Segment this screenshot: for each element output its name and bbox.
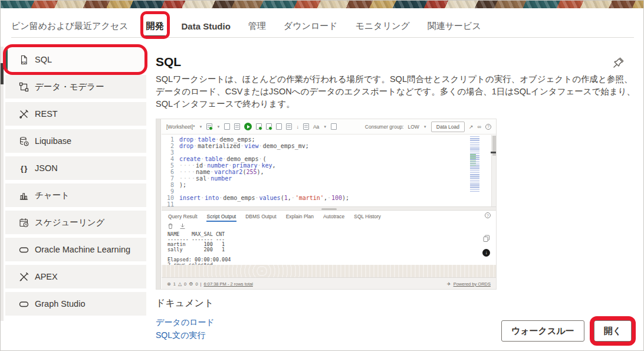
database-actions-launchpad: ピン留めおよび最近アクセス 開発 Data Studio 管理 ダウンロード モ… bbox=[0, 0, 644, 351]
sidebar-item-label: REST bbox=[35, 109, 58, 119]
output-tab-bar: Query Result Script Output DBMS Output E… bbox=[162, 211, 496, 222]
liquibase-database-icon bbox=[18, 136, 29, 146]
sql-history-icon bbox=[286, 123, 292, 130]
preview-toolbar: [Worksheet]* ▼ ▼ ↓ Aa ▼ Consumer group: … bbox=[162, 119, 496, 135]
tab-related-services[interactable]: 関連サービス bbox=[428, 15, 481, 37]
tab-data-studio[interactable]: Data Studio bbox=[182, 15, 231, 37]
sidebar-item-label: APEX bbox=[35, 272, 58, 281]
link-run-sql[interactable]: SQL文の実行 bbox=[156, 330, 205, 341]
warnings-icon: △ bbox=[178, 281, 182, 287]
data-modeler-icon bbox=[18, 81, 29, 92]
feature-sidebar: SQL SQL データ・モデラー R bbox=[5, 48, 146, 319]
scrollbar-marker bbox=[491, 152, 496, 153]
sidebar-item-label: チャート bbox=[35, 190, 70, 201]
preview-texture-band bbox=[162, 265, 496, 277]
page-title: SQL bbox=[156, 55, 181, 69]
clear-icon bbox=[331, 123, 337, 130]
run-statement-icon bbox=[244, 123, 252, 130]
sidebar-item-label: Graph Studio bbox=[35, 299, 85, 309]
output-tab-explain-plan: Explain Plan bbox=[285, 212, 314, 221]
apex-pencils-icon bbox=[18, 271, 29, 282]
copy-output-icon bbox=[483, 235, 490, 242]
nav-divider bbox=[11, 37, 634, 38]
data-load-button: Data Load bbox=[431, 122, 465, 132]
tasks-icon: ⚙ bbox=[189, 281, 193, 287]
format-icon bbox=[303, 123, 309, 130]
graph-studio-icon bbox=[18, 298, 29, 309]
json-braces-icon: { } bbox=[18, 163, 29, 173]
status-time-link: 6:07:38 PM - 2 rows total bbox=[204, 281, 253, 287]
chevron-down-icon: ▼ bbox=[423, 125, 427, 129]
open-button[interactable]: 開く bbox=[594, 320, 632, 342]
sql-worksheet-icon: SQL bbox=[18, 54, 29, 65]
powered-by-ords-link: Powered by ORDS bbox=[454, 281, 491, 287]
help-icon: ? bbox=[485, 124, 491, 130]
download-output-icon bbox=[179, 223, 186, 229]
sidebar-item-sql[interactable]: SQL SQL bbox=[5, 48, 146, 71]
tab-pinned-recent[interactable]: ピン留めおよび最近アクセス bbox=[11, 15, 129, 37]
expand-icon: ↗ bbox=[469, 124, 474, 130]
help-icon: ? bbox=[485, 212, 491, 218]
sidebar-item-oracle-machine-learning[interactable]: Oracle Machine Learning bbox=[5, 238, 146, 261]
oracle-logo-icon bbox=[18, 244, 29, 255]
explain-plan-icon bbox=[266, 123, 272, 130]
left-scrollbar[interactable] bbox=[1, 47, 4, 321]
splitter-handle bbox=[321, 208, 337, 210]
find-icon: ∞ bbox=[478, 124, 481, 130]
output-tab-dbms-output: DBMS Output bbox=[245, 212, 277, 221]
sidebar-item-data-modeler[interactable]: データ・モデラー bbox=[5, 75, 146, 99]
sidebar-item-label: データ・モデラー bbox=[35, 81, 104, 93]
output-tab-query-result: Query Result bbox=[167, 212, 198, 221]
chevron-down-icon: ▼ bbox=[216, 125, 220, 129]
output-tab-sql-history: SQL History bbox=[353, 212, 382, 221]
sidebar-item-json[interactable]: { } JSON bbox=[5, 156, 146, 180]
preview-left-edge bbox=[156, 119, 161, 289]
task-count: 0 bbox=[195, 281, 198, 287]
open-file-icon bbox=[234, 123, 240, 130]
new-worksheet-icon bbox=[206, 123, 212, 130]
output-tab-autotrace: Autotrace bbox=[323, 212, 345, 221]
output-tab-script-output: Script Output bbox=[206, 212, 237, 221]
tab-downloads[interactable]: ダウンロード bbox=[284, 15, 338, 37]
action-buttons: ウォークスルー 開く bbox=[501, 320, 632, 342]
tab-administration[interactable]: 管理 bbox=[248, 15, 266, 37]
calendar-clock-icon bbox=[18, 217, 29, 228]
sidebar-item-scheduling[interactable]: スケジューリング bbox=[5, 211, 146, 234]
insight-button-icon: ↓ bbox=[482, 249, 490, 257]
errors-icon: ⊗ bbox=[167, 281, 171, 287]
pin-icon[interactable] bbox=[612, 56, 626, 70]
sidebar-item-rest[interactable]: REST bbox=[5, 102, 146, 126]
chevron-down-icon: ▼ bbox=[199, 125, 203, 129]
left-scrollbar-thumb[interactable] bbox=[1, 63, 4, 84]
consumer-group-value: LOW bbox=[408, 124, 419, 130]
bar-chart-icon bbox=[18, 190, 29, 201]
tab-monitoring[interactable]: モニタリング bbox=[356, 15, 410, 37]
documents-heading: ドキュメント bbox=[156, 297, 213, 310]
sidebar-item-graph-studio[interactable]: Graph Studio bbox=[5, 292, 146, 316]
font-size-icon: Aa bbox=[313, 124, 319, 130]
svg-text:SQL: SQL bbox=[21, 60, 27, 63]
walkthrough-button[interactable]: ウォークスルー bbox=[501, 320, 584, 342]
link-load-data[interactable]: データのロード bbox=[156, 317, 215, 328]
decorative-mosaic-banner bbox=[1, 1, 644, 8]
sidebar-item-label: Oracle Machine Learning bbox=[35, 245, 130, 254]
panel-splitter bbox=[162, 206, 496, 211]
sidebar-item-liquibase[interactable]: Liquibase bbox=[5, 129, 146, 153]
clear-output-icon bbox=[167, 223, 173, 229]
consumer-group-label: Consumer group: bbox=[365, 124, 404, 130]
script-output-text: NAME MAX_SAL CNT ------- ------- --- mar… bbox=[167, 232, 231, 267]
sidebar-item-label: JSON bbox=[35, 163, 58, 173]
feature-description: SQLワークシートは、ほとんどの作業が行われる場所です。SQL問合せとスクリプト… bbox=[156, 73, 636, 110]
rest-tools-icon bbox=[18, 109, 29, 119]
paper-plane-icon: ✈ bbox=[447, 281, 451, 287]
tab-development[interactable]: 開発 bbox=[146, 15, 164, 37]
top-nav: ピン留めおよび最近アクセス 開発 Data Studio 管理 ダウンロード モ… bbox=[11, 15, 481, 37]
warning-count: 0 bbox=[184, 281, 186, 287]
selected-indicator-bar bbox=[5, 48, 8, 71]
sql-worksheet-preview-image: [Worksheet]* ▼ ▼ ↓ Aa ▼ Consumer group: … bbox=[156, 119, 497, 290]
sidebar-item-apex[interactable]: APEX bbox=[5, 265, 146, 288]
sidebar-item-charts[interactable]: チャート bbox=[5, 183, 146, 207]
worksheet-name-label: [Worksheet]* bbox=[166, 124, 195, 130]
sidebar-item-label: Liquibase bbox=[35, 136, 71, 146]
run-script-icon bbox=[256, 123, 262, 130]
